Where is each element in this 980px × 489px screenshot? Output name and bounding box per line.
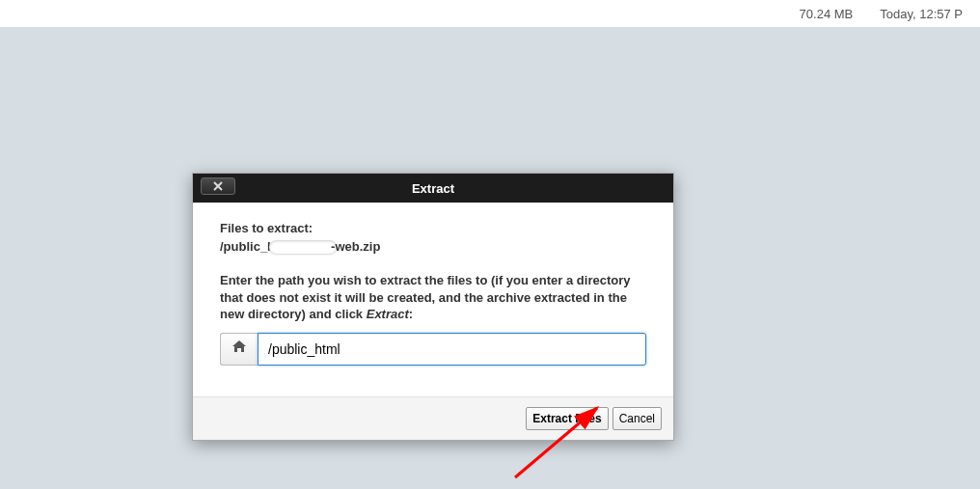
- instruction-text: Enter the path you wish to extract the f…: [220, 273, 630, 321]
- date-time-text: Today, 12:57 P: [880, 7, 963, 21]
- filename-prefix: /public_h: [220, 239, 275, 254]
- extract-files-button[interactable]: Extract Files: [526, 407, 608, 430]
- dialog-body: Files to extract: /public_h-web.zip Ente…: [193, 203, 673, 396]
- filename-suffix: -web.zip: [331, 239, 380, 254]
- top-info-bar: 70.24 MB Today, 12:57 P: [0, 0, 980, 27]
- close-icon: [212, 181, 224, 191]
- path-input-row: [220, 333, 646, 366]
- extract-path-input[interactable]: [258, 333, 646, 366]
- extract-dialog: Extract Files to extract: /public_h-web.…: [192, 173, 674, 441]
- cancel-button[interactable]: Cancel: [612, 407, 662, 430]
- file-size-text: 70.24 MB: [800, 7, 854, 21]
- filename-redacted: [269, 240, 337, 254]
- extract-filename: /public_h-web.zip: [220, 238, 646, 256]
- home-button[interactable]: [220, 333, 258, 366]
- dialog-header: Extract: [193, 174, 673, 203]
- home-icon: [231, 340, 247, 358]
- dialog-title: Extract: [412, 181, 454, 196]
- instruction-tail: :: [409, 307, 413, 321]
- close-button[interactable]: [201, 177, 235, 195]
- instruction-emphasis: Extract: [367, 307, 409, 321]
- extract-instruction: Enter the path you wish to extract the f…: [220, 272, 646, 323]
- files-to-extract-label: Files to extract:: [220, 220, 646, 237]
- dialog-footer: Extract Files Cancel: [193, 396, 673, 440]
